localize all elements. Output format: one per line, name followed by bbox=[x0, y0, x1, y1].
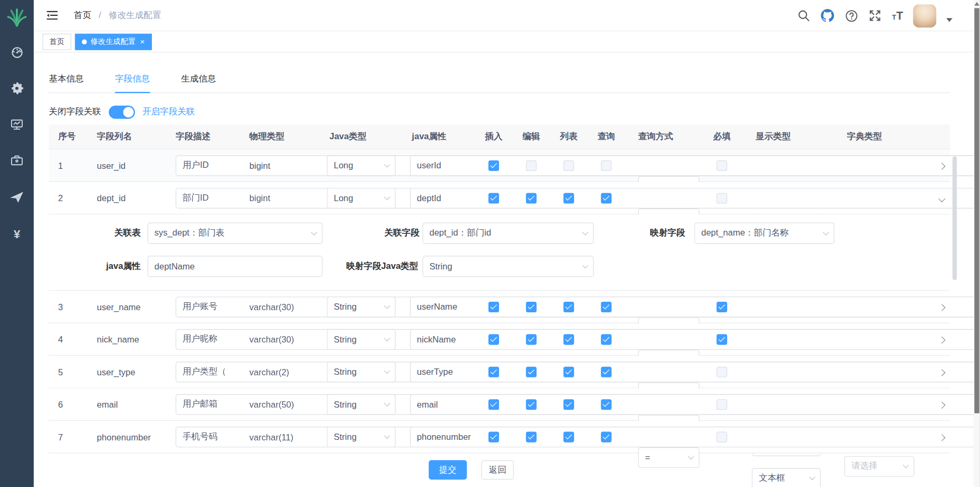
column-name: dept_id bbox=[97, 193, 125, 203]
help-icon[interactable] bbox=[845, 9, 858, 23]
sidebar-item-dashboard[interactable] bbox=[0, 35, 34, 71]
relation-toggle-row: 关闭字段关联 开启字段关联 bbox=[49, 103, 980, 121]
insert-checkbox[interactable] bbox=[488, 160, 499, 170]
tab-generate-info[interactable]: 生成信息 bbox=[181, 73, 216, 92]
table-row: 3 user_name varchar(30) String LIKE 文本框 … bbox=[49, 291, 950, 323]
edit-checkbox[interactable] bbox=[526, 193, 537, 203]
java-type-select[interactable]: String bbox=[327, 329, 396, 349]
list-checkbox[interactable] bbox=[564, 301, 574, 312]
query-checkbox[interactable] bbox=[601, 193, 612, 203]
query-checkbox[interactable] bbox=[601, 431, 612, 442]
header-description: 字段描述 bbox=[176, 131, 211, 142]
back-button[interactable]: 返回 bbox=[481, 460, 513, 480]
logo-plant-icon[interactable] bbox=[6, 0, 29, 35]
relation-toggle-link[interactable]: 开启字段关联 bbox=[142, 106, 195, 118]
assoc-field-select[interactable]: dept_id：部门id bbox=[422, 222, 594, 244]
active-dot-icon bbox=[82, 39, 87, 44]
github-icon[interactable] bbox=[821, 9, 834, 23]
java-type-select[interactable]: Long bbox=[327, 187, 396, 208]
query-checkbox[interactable] bbox=[601, 366, 612, 377]
expand-chevron[interactable] bbox=[939, 302, 944, 312]
required-checkbox[interactable] bbox=[716, 193, 727, 203]
row-number: 1 bbox=[58, 160, 63, 170]
insert-checkbox[interactable] bbox=[488, 301, 499, 312]
sidebar-item-job[interactable] bbox=[0, 180, 34, 217]
query-method-select[interactable]: = bbox=[638, 447, 700, 468]
edit-checkbox[interactable] bbox=[526, 160, 537, 170]
expand-chevron[interactable] bbox=[939, 367, 944, 377]
java-type-select[interactable]: String bbox=[327, 362, 396, 382]
submit-button[interactable]: 提交 bbox=[429, 460, 467, 480]
row-number: 2 bbox=[58, 193, 63, 203]
query-checkbox[interactable] bbox=[601, 160, 612, 170]
map-java-type-select[interactable]: String bbox=[422, 256, 594, 277]
tab-field-info[interactable]: 字段信息 bbox=[115, 73, 150, 93]
breadcrumb-home[interactable]: 首页 bbox=[74, 10, 91, 20]
insert-checkbox[interactable] bbox=[488, 193, 499, 203]
fullscreen-icon[interactable] bbox=[868, 9, 882, 23]
edit-checkbox[interactable] bbox=[526, 366, 537, 377]
list-checkbox[interactable] bbox=[564, 334, 574, 345]
list-checkbox[interactable] bbox=[564, 366, 574, 377]
dict-type-select[interactable]: 请选择 bbox=[845, 456, 914, 476]
query-checkbox[interactable] bbox=[601, 301, 612, 312]
expand-chevron[interactable] bbox=[939, 193, 944, 203]
insert-checkbox[interactable] bbox=[488, 366, 499, 377]
sidebar-item-finance[interactable]: ¥ bbox=[0, 217, 34, 253]
scroll-up-icon[interactable] bbox=[974, 2, 979, 6]
list-checkbox[interactable] bbox=[564, 431, 574, 442]
table-scrollbar-thumb[interactable] bbox=[952, 156, 957, 280]
java-type-select[interactable]: String bbox=[327, 394, 396, 414]
search-icon[interactable] bbox=[797, 9, 811, 23]
close-icon[interactable]: × bbox=[140, 38, 145, 46]
query-checkbox[interactable] bbox=[601, 399, 612, 410]
edit-checkbox[interactable] bbox=[526, 334, 537, 345]
chevron-down-icon[interactable] bbox=[946, 18, 952, 22]
tab-basic-info[interactable]: 基本信息 bbox=[49, 73, 84, 92]
required-checkbox[interactable] bbox=[716, 431, 727, 442]
insert-checkbox[interactable] bbox=[488, 334, 499, 345]
tag-home[interactable]: 首页 bbox=[42, 33, 71, 50]
query-checkbox[interactable] bbox=[601, 334, 612, 345]
page-scrollbar-thumb[interactable] bbox=[974, 8, 979, 413]
map-field-select[interactable]: dept_name：部门名称 bbox=[694, 222, 834, 244]
sidebar-item-monitor[interactable] bbox=[0, 107, 34, 144]
required-checkbox[interactable] bbox=[716, 399, 727, 410]
java-type-select[interactable]: String bbox=[327, 296, 396, 317]
list-checkbox[interactable] bbox=[564, 399, 574, 410]
display-type-select[interactable]: 文本框 bbox=[752, 467, 821, 487]
physical-type: varchar(30) bbox=[249, 302, 294, 312]
header-column-name: 字段列名 bbox=[97, 131, 132, 142]
java-type-select[interactable]: String bbox=[327, 427, 396, 447]
insert-checkbox[interactable] bbox=[488, 399, 499, 410]
list-checkbox[interactable] bbox=[564, 160, 574, 170]
relation-toggle-switch[interactable] bbox=[109, 105, 135, 119]
insert-checkbox[interactable] bbox=[488, 431, 499, 442]
page-scrollbar[interactable] bbox=[974, 0, 980, 487]
expand-chevron[interactable] bbox=[939, 334, 944, 344]
required-checkbox[interactable] bbox=[716, 160, 727, 170]
required-checkbox[interactable] bbox=[716, 366, 727, 377]
sidebar-item-tool[interactable] bbox=[0, 144, 34, 181]
expand-chevron[interactable] bbox=[939, 432, 944, 442]
expand-chevron[interactable] bbox=[939, 160, 944, 170]
java-type-select[interactable]: Long bbox=[327, 155, 396, 176]
tag-active[interactable]: 修改生成配置 × bbox=[75, 33, 152, 50]
required-checkbox[interactable] bbox=[716, 301, 727, 312]
physical-type: varchar(11) bbox=[249, 432, 293, 442]
navbar-tools: TT bbox=[797, 0, 952, 31]
expansion-java-prop-input[interactable] bbox=[148, 256, 323, 277]
edit-checkbox[interactable] bbox=[526, 431, 537, 442]
sidebar-item-system[interactable] bbox=[0, 71, 34, 108]
font-size-icon[interactable]: TT bbox=[892, 10, 903, 21]
expand-chevron[interactable] bbox=[939, 399, 944, 409]
list-checkbox[interactable] bbox=[564, 193, 574, 203]
assoc-table-select[interactable]: sys_dept：部门表 bbox=[148, 222, 323, 244]
edit-checkbox[interactable] bbox=[526, 301, 537, 312]
sidebar-collapse-icon[interactable] bbox=[46, 10, 58, 24]
edit-checkbox[interactable] bbox=[526, 399, 537, 410]
required-checkbox[interactable] bbox=[716, 334, 727, 345]
tag-active-label: 修改生成配置 bbox=[90, 37, 135, 47]
avatar[interactable] bbox=[913, 4, 937, 28]
header-required: 必填 bbox=[713, 131, 731, 142]
